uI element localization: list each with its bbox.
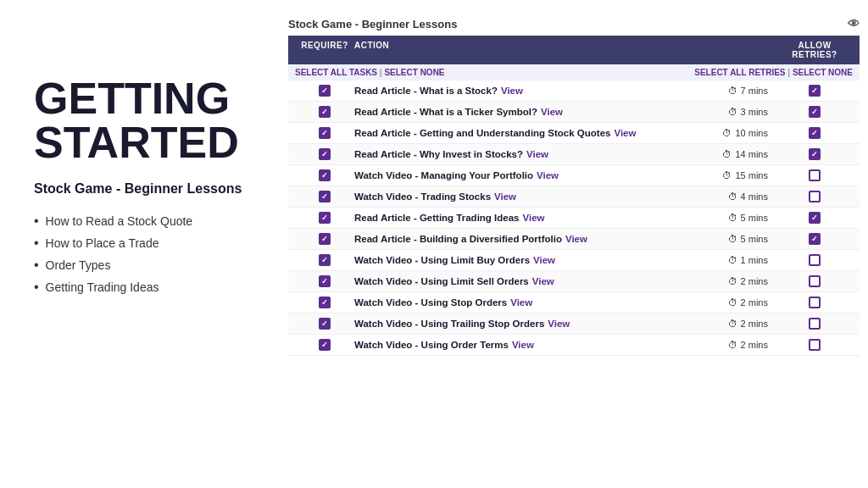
select-all-tasks[interactable]: SELECT ALL TASKS xyxy=(295,68,377,77)
list-item: Order Types xyxy=(34,254,246,276)
view-link[interactable]: View xyxy=(510,297,532,308)
require-checkbox[interactable] xyxy=(295,233,354,245)
table-row: Watch Video - Using Limit Sell OrdersVie… xyxy=(288,271,860,292)
view-link[interactable]: View xyxy=(526,149,548,159)
left-panel: GETTING STARTED Stock Game - Beginner Le… xyxy=(0,0,271,488)
panel-subtitle: Stock Game - Beginner Lessons xyxy=(34,181,246,197)
action-label: Watch Video - Using Limit Buy OrdersView xyxy=(354,255,666,265)
require-checkbox[interactable] xyxy=(295,275,354,287)
select-all-retries[interactable]: SELECT ALL RETRIES xyxy=(694,68,785,77)
retry-checkbox[interactable] xyxy=(776,275,853,287)
clock-icon: ⏱ xyxy=(728,234,737,244)
view-link[interactable]: View xyxy=(614,128,636,138)
require-checkbox[interactable] xyxy=(295,254,354,266)
retry-checkbox[interactable] xyxy=(776,127,853,139)
table-row: Watch Video - Using Limit Buy OrdersView… xyxy=(288,250,860,271)
clock-icon: ⏱ xyxy=(728,276,737,286)
clock-icon: ⏱ xyxy=(722,149,732,159)
eye-icon[interactable]: 👁 xyxy=(848,17,860,30)
select-left: SELECT ALL TASKS SELECT NONE xyxy=(295,68,666,77)
time-cell: ⏱4 mins xyxy=(666,191,776,202)
col-header-retry: ALLOW RETRIES? xyxy=(776,41,853,59)
table-row: Watch Video - Using Order TermsView ⏱2 m… xyxy=(288,335,860,356)
clock-icon: ⏱ xyxy=(722,170,732,180)
table-row: Read Article - Getting Trading IdeasView… xyxy=(288,208,860,229)
action-label: Read Article - Why Invest in Stocks?View xyxy=(354,149,666,159)
list-item: Getting Trading Ideas xyxy=(34,276,246,298)
time-cell: ⏱5 mins xyxy=(666,234,776,244)
view-link[interactable]: View xyxy=(533,255,555,265)
page-title: GETTING STARTED xyxy=(34,76,246,164)
retry-checkbox[interactable] xyxy=(776,212,853,224)
require-checkbox[interactable] xyxy=(295,212,354,224)
select-none-tasks[interactable]: SELECT NONE xyxy=(380,68,445,77)
action-label: Read Article - Building a Diversified Po… xyxy=(354,234,666,244)
time-cell: ⏱1 mins xyxy=(666,255,776,265)
require-checkbox[interactable] xyxy=(295,318,354,330)
clock-icon: ⏱ xyxy=(728,319,737,329)
clock-icon: ⏱ xyxy=(728,255,737,265)
retry-checkbox[interactable] xyxy=(776,85,853,97)
require-checkbox[interactable] xyxy=(295,106,354,118)
table-row: Watch Video - Managing Your PortfolioVie… xyxy=(288,165,860,186)
retry-checkbox[interactable] xyxy=(776,318,853,330)
time-cell: ⏱2 mins xyxy=(666,276,776,286)
list-item: How to Read a Stock Quote xyxy=(34,210,246,232)
table-row: Read Article - What is a Ticker Symbol?V… xyxy=(288,102,860,123)
view-link[interactable]: View xyxy=(494,191,516,202)
task-table: Read Article - What is a Stock?View ⏱7 m… xyxy=(288,80,860,356)
view-link[interactable]: View xyxy=(532,276,554,286)
table-row: Read Article - Building a Diversified Po… xyxy=(288,229,860,250)
action-label: Watch Video - Using Order TermsView xyxy=(354,340,666,350)
require-checkbox[interactable] xyxy=(295,191,354,202)
require-checkbox[interactable] xyxy=(295,127,354,139)
col-header-action: ACTION xyxy=(354,41,666,59)
retry-checkbox[interactable] xyxy=(776,148,853,160)
require-checkbox[interactable] xyxy=(295,148,354,160)
retry-checkbox[interactable] xyxy=(776,297,853,308)
table-row: Watch Video - Using Trailing Stop Orders… xyxy=(288,313,860,335)
clock-icon: ⏱ xyxy=(728,86,737,96)
clock-icon: ⏱ xyxy=(728,213,737,223)
view-link[interactable]: View xyxy=(512,340,534,350)
select-right: SELECT ALL RETRIES SELECT NONE xyxy=(666,68,853,77)
action-label: Watch Video - Trading StocksView xyxy=(354,191,666,202)
retry-checkbox[interactable] xyxy=(776,106,853,118)
retry-checkbox[interactable] xyxy=(776,254,853,266)
retry-checkbox[interactable] xyxy=(776,233,853,245)
require-checkbox[interactable] xyxy=(295,339,354,351)
time-cell: ⏱10 mins xyxy=(666,128,776,138)
retry-checkbox[interactable] xyxy=(776,169,853,181)
require-checkbox[interactable] xyxy=(295,297,354,308)
view-link[interactable]: View xyxy=(548,319,570,329)
time-cell: ⏱7 mins xyxy=(666,86,776,96)
view-link[interactable]: View xyxy=(537,170,559,180)
select-none-retries[interactable]: SELECT NONE xyxy=(787,68,853,77)
action-label: Read Article - Getting and Understanding… xyxy=(354,128,666,138)
view-link[interactable]: View xyxy=(522,213,544,223)
table-row: Watch Video - Using Stop OrdersView ⏱2 m… xyxy=(288,292,860,313)
time-cell: ⏱2 mins xyxy=(666,319,776,329)
require-checkbox[interactable] xyxy=(295,85,354,97)
clock-icon: ⏱ xyxy=(728,340,737,350)
time-cell: ⏱5 mins xyxy=(666,213,776,223)
col-header-require: REQUIRE? xyxy=(295,41,354,59)
retry-checkbox[interactable] xyxy=(776,191,853,202)
action-label: Read Article - What is a Ticker Symbol?V… xyxy=(354,107,666,117)
time-cell: ⏱15 mins xyxy=(666,170,776,180)
view-link[interactable]: View xyxy=(565,234,587,244)
time-cell: ⏱2 mins xyxy=(666,297,776,308)
clock-icon: ⏱ xyxy=(728,297,737,308)
time-cell: ⏱3 mins xyxy=(666,107,776,117)
require-checkbox[interactable] xyxy=(295,169,354,181)
clock-icon: ⏱ xyxy=(728,107,737,117)
view-link[interactable]: View xyxy=(541,107,563,117)
action-label: Watch Video - Using Trailing Stop Orders… xyxy=(354,319,666,329)
table-row: Read Article - What is a Stock?View ⏱7 m… xyxy=(288,80,860,102)
action-label: Read Article - Getting Trading IdeasView xyxy=(354,213,666,223)
column-headers: REQUIRE? ACTION ALLOW RETRIES? xyxy=(288,36,860,64)
action-label: Watch Video - Managing Your PortfolioVie… xyxy=(354,170,666,180)
retry-checkbox[interactable] xyxy=(776,339,853,351)
table-row: Watch Video - Trading StocksView ⏱4 mins xyxy=(288,186,860,208)
view-link[interactable]: View xyxy=(501,86,523,96)
